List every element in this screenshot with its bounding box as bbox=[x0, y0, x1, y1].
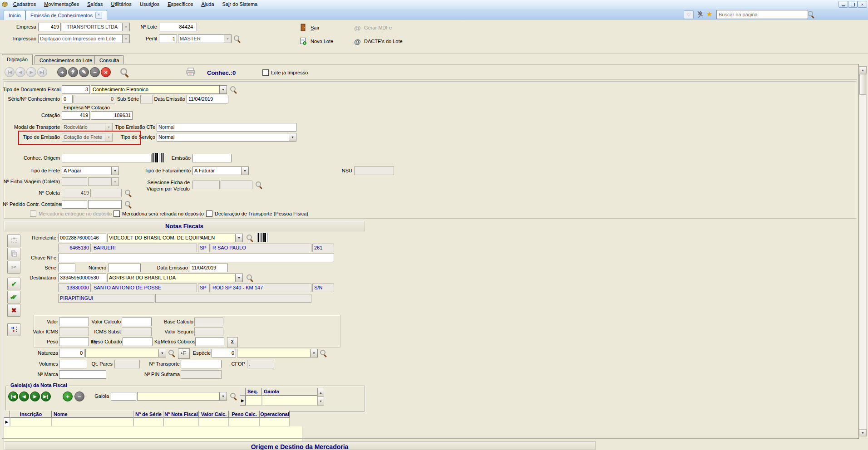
star-icon[interactable]: ★ bbox=[706, 10, 712, 18]
gaiola-grid-cell-seq[interactable] bbox=[246, 396, 262, 406]
natureza-dropdown-arrow-icon[interactable]: ▼ bbox=[158, 349, 166, 357]
menu-usuarios[interactable]: Usuários bbox=[136, 0, 163, 9]
conhec-origem-field[interactable] bbox=[62, 154, 152, 162]
remetente-doc-field[interactable]: 00028876000146 bbox=[58, 234, 106, 242]
serie-nf-field[interactable] bbox=[58, 264, 75, 272]
empresa-name-field[interactable]: TRANSPORTES LTDA bbox=[62, 23, 123, 31]
serie-field[interactable]: 0 bbox=[62, 95, 73, 103]
natureza-search-icon[interactable] bbox=[168, 349, 176, 357]
grid-cell[interactable] bbox=[229, 418, 260, 426]
vertical-scrollbar[interactable] bbox=[859, 66, 867, 436]
emissao-field[interactable] bbox=[192, 154, 232, 162]
close-button[interactable]: × bbox=[858, 1, 867, 8]
sum-sigma-button[interactable]: Σ bbox=[227, 337, 238, 347]
edit-record-button[interactable]: ✎ bbox=[79, 67, 89, 77]
menu-ajuda[interactable]: Ajuda bbox=[197, 0, 218, 9]
n-transporte-field[interactable] bbox=[181, 360, 222, 368]
lote-ja-impresso-checkbox[interactable]: Lote já Impresso bbox=[262, 69, 308, 76]
novo-lote-button[interactable]: Novo Lote bbox=[311, 37, 333, 46]
gaiola-code-field[interactable] bbox=[111, 392, 136, 401]
natureza-hierarchy-button[interactable] bbox=[178, 348, 190, 359]
scroll-up-button[interactable]: ▲ bbox=[859, 66, 867, 73]
coleta-search-icon[interactable] bbox=[124, 189, 132, 197]
lote-field[interactable]: 84424 bbox=[159, 23, 197, 31]
remove-record-button[interactable]: − bbox=[90, 67, 100, 77]
empresa-code-field[interactable]: 419 bbox=[38, 23, 61, 31]
tipo-doc-search-icon[interactable] bbox=[230, 86, 237, 93]
especie-search-icon[interactable] bbox=[320, 349, 327, 357]
pedido-container-code-field[interactable] bbox=[62, 200, 87, 209]
gaiola-grid-scroll-up[interactable]: ▲ bbox=[317, 388, 324, 397]
insert-values-button[interactable] bbox=[7, 323, 20, 336]
grid-cell[interactable] bbox=[260, 418, 290, 426]
especie-dropdown-arrow-icon[interactable]: ▼ bbox=[310, 349, 318, 357]
valor-calculo-field[interactable] bbox=[122, 318, 152, 326]
gaiola-search-icon[interactable] bbox=[230, 392, 237, 400]
new-lot-icon[interactable] bbox=[300, 37, 306, 45]
cancel-nota-button[interactable]: ✖ bbox=[7, 304, 20, 317]
grid-cell[interactable] bbox=[10, 418, 52, 426]
printer-icon[interactable] bbox=[185, 68, 196, 77]
confirm-button[interactable]: ✔ bbox=[7, 278, 20, 290]
gaiola-next-button[interactable]: ▶ bbox=[30, 391, 40, 401]
cancel-record-button[interactable]: × bbox=[101, 67, 111, 77]
grid-cell[interactable] bbox=[52, 418, 133, 426]
gaiola-grid-cell-gaiola[interactable] bbox=[262, 396, 317, 406]
restore-button[interactable] bbox=[848, 1, 858, 8]
tipo-faturamento-field[interactable]: A Faturar bbox=[192, 166, 242, 175]
toolbar-search-icon[interactable] bbox=[120, 68, 129, 77]
remetente-nome-field[interactable]: VIDEOJET DO BRASIL COM. DE EQUIPAMEN bbox=[107, 234, 236, 242]
minimize-button[interactable] bbox=[838, 1, 848, 8]
tab-inicio[interactable]: Início bbox=[4, 10, 25, 20]
grid-empty-row[interactable]: ▶ bbox=[4, 418, 290, 426]
confirm-all-button[interactable]: ✔ ✔ bbox=[7, 291, 20, 303]
pedido-container-numero-field[interactable] bbox=[88, 200, 122, 209]
natureza-field[interactable] bbox=[85, 349, 159, 357]
pedido-container-search-icon[interactable] bbox=[124, 201, 132, 208]
tipo-frete-field[interactable]: A Pagar bbox=[62, 166, 112, 175]
search-icon[interactable] bbox=[807, 10, 815, 18]
gaiola-last-button[interactable]: ▶ bbox=[41, 391, 51, 401]
chave-nfe-field[interactable] bbox=[58, 254, 334, 262]
numero-nf-field[interactable] bbox=[108, 264, 141, 272]
declaracao-transporte-checkbox[interactable]: Declaração de Transporte (Pessoa Física) bbox=[206, 210, 308, 217]
volumes-field[interactable] bbox=[59, 360, 87, 368]
peso-cubado-field[interactable] bbox=[123, 338, 153, 346]
destinatario-nome-field[interactable]: AGRISTAR DO BRASIL LTDA bbox=[107, 274, 236, 282]
tipo-doc-field[interactable]: Conhecimento Eletronico bbox=[91, 85, 220, 94]
data-emissao-nf-field[interactable]: 11/04/2019 bbox=[190, 264, 228, 272]
tipo-doc-dropdown-arrow-icon[interactable]: ▼ bbox=[219, 85, 227, 94]
remetente-barcode-icon[interactable] bbox=[257, 233, 269, 242]
destinatario-search-icon[interactable] bbox=[246, 274, 254, 282]
pin-icon[interactable] bbox=[696, 10, 704, 18]
gaiola-desc-field[interactable] bbox=[137, 392, 220, 401]
impressao-field[interactable]: Digitação com Impressão em Lote bbox=[38, 34, 123, 43]
tab-conhecimentos-do-lote[interactable]: Conhecimentos do Lote bbox=[35, 55, 97, 65]
tipo-doc-code-field[interactable]: 3 bbox=[62, 85, 90, 94]
favorites-heart-button[interactable]: ♡ bbox=[684, 10, 694, 19]
tipo-servico-dropdown-arrow-icon[interactable]: ▼ bbox=[289, 133, 296, 142]
gaiola-grid-row[interactable]: ▶ bbox=[240, 396, 317, 406]
n-marca-field[interactable] bbox=[59, 370, 106, 379]
metros-cubicos-field[interactable] bbox=[195, 338, 224, 346]
door-exit-icon[interactable] bbox=[300, 24, 306, 31]
menu-cadastros[interactable]: Cadastros bbox=[9, 0, 40, 9]
tipo-frete-dropdown-arrow-icon[interactable]: ▼ bbox=[111, 166, 119, 175]
destinatario-dropdown-arrow-icon[interactable]: ▼ bbox=[235, 274, 243, 282]
tab-emissao-de-conhecimentos[interactable]: Emissão de Conhecimentos × bbox=[25, 10, 107, 20]
data-emissao-field[interactable]: 11/04/2019 bbox=[187, 95, 228, 103]
perfil-code-field[interactable]: 1 bbox=[159, 34, 177, 43]
grid-cell[interactable] bbox=[199, 418, 229, 426]
tab-close-icon[interactable]: × bbox=[95, 12, 102, 19]
gaiola-dropdown-arrow-icon[interactable]: ▼ bbox=[219, 392, 227, 401]
grid-cell[interactable] bbox=[163, 418, 199, 426]
natureza-code-field[interactable]: 0 bbox=[59, 349, 84, 357]
gaiola-grid-scroll-down[interactable]: ▼ bbox=[317, 396, 324, 406]
tipo-faturamento-dropdown-arrow-icon[interactable]: ▼ bbox=[241, 166, 249, 175]
especie-field[interactable] bbox=[237, 349, 311, 357]
menu-utilitarios[interactable]: Utilitários bbox=[107, 0, 135, 9]
gaiola-previous-button[interactable]: ◀ bbox=[19, 391, 29, 401]
perfil-name-field[interactable]: MASTER bbox=[178, 34, 224, 43]
menu-especificos[interactable]: Específicos bbox=[163, 0, 197, 9]
menu-saidas[interactable]: Saídas bbox=[83, 0, 107, 9]
